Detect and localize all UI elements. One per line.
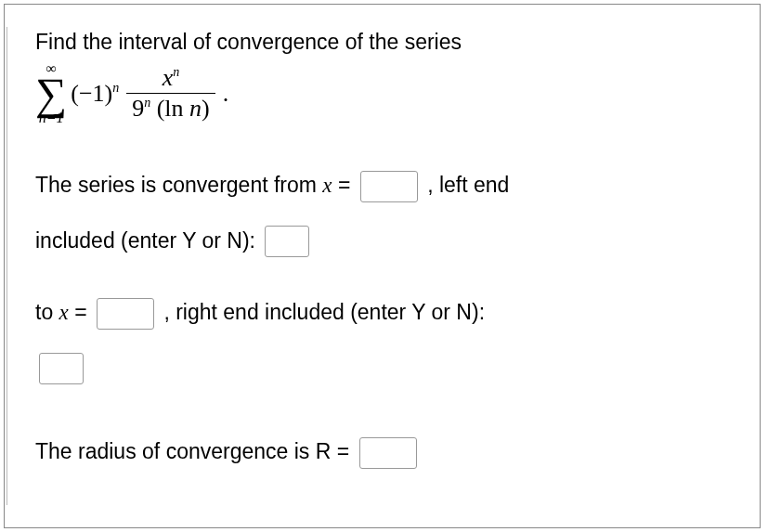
sigma-symbol: ∑ <box>35 76 67 111</box>
answer-line-1: The series is convergent from x = , left… <box>35 160 730 211</box>
trailing-dot: . <box>223 80 229 108</box>
series-expression: ∞ ∑ n=1 (−1)n xn 9n (ln n) . <box>35 62 730 124</box>
answer-line-3: to x = , right end included (enter Y or … <box>35 287 730 338</box>
right-end-yn-input[interactable] <box>39 353 84 384</box>
fraction-term: xn 9n (ln n) <box>126 65 215 123</box>
answer-line-4: The radius of convergence is R = <box>35 426 730 477</box>
to-x-input[interactable] <box>97 298 154 330</box>
radius-input[interactable] <box>359 437 417 469</box>
from-x-input[interactable] <box>360 171 418 202</box>
answer-line-3b <box>35 342 730 393</box>
coef-term: (−1)n <box>71 80 119 108</box>
question-prompt: Find the interval of convergence of the … <box>35 27 730 57</box>
left-end-yn-input[interactable] <box>265 226 309 257</box>
answer-line-2: included (enter Y or N): <box>35 215 730 266</box>
sigma-lower: n=1 <box>39 111 64 124</box>
